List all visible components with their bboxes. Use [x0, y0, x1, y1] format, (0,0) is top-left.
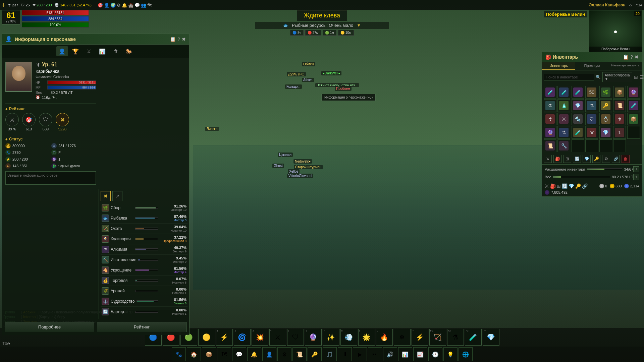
inv-bottom-icon-6[interactable]: 🔑 — [575, 183, 581, 189]
inv-sort-button[interactable]: Автосортировка ▼ — [602, 72, 632, 82]
inv-slot-29[interactable]: 🔧 — [557, 139, 570, 152]
inv-slot-26[interactable]: 1 — [613, 126, 626, 139]
utility-slot-2[interactable]: 📦 — [202, 347, 216, 361]
inv-action-equip[interactable]: ⚔ — [544, 155, 552, 163]
inv-expand-button[interactable]: + — [633, 166, 639, 172]
skill-slot-10[interactable]: 7 ✨ — [323, 329, 339, 346]
utility-slot-13[interactable]: ⏭ — [368, 347, 382, 361]
skill-slot-14[interactable]: - ❄ — [394, 329, 411, 346]
utility-slot-5[interactable]: 🔔 — [247, 347, 261, 361]
skill-slot-4[interactable]: 1 ⚡ — [216, 329, 233, 346]
skill-slot-9[interactable]: 6 🔮 — [305, 329, 322, 346]
inv-slot-2[interactable]: 🧪 — [572, 86, 584, 99]
inv-copy-icon[interactable]: 📋 — [623, 54, 629, 60]
hud-icon-party[interactable]: 👥 — [141, 3, 146, 8]
inv-bottom-icon-3[interactable]: ⊞ — [557, 183, 561, 189]
skill-slot-5[interactable]: 2 🌀 — [234, 329, 251, 346]
inv-slot-12[interactable]: 📜 — [613, 99, 626, 112]
utility-slot-0[interactable]: 🐾 — [172, 347, 186, 361]
inv-action-filter[interactable]: 🔑 — [592, 155, 600, 163]
inv-action-gem[interactable]: 💎 — [583, 155, 591, 163]
utility-slot-11[interactable]: ⏸ — [338, 347, 352, 361]
inv-tab-main[interactable]: Инвентарь — [542, 62, 575, 70]
inv-slot-18[interactable]: 💍 — [599, 113, 612, 125]
hud-icon-target[interactable]: 🎯 — [98, 3, 103, 8]
inv-slot-11[interactable]: 🔑 — [599, 99, 612, 112]
char-panel-close-icon[interactable]: ✖ — [182, 37, 186, 42]
inv-weight-expand[interactable]: + — [633, 174, 639, 180]
inv-slot-25[interactable]: 💎 — [599, 126, 612, 139]
inv-slot-24[interactable]: 🗡 — [585, 126, 598, 139]
inv-slot-31[interactable] — [585, 139, 598, 152]
skill-slot-16[interactable]: F1 🏹 — [429, 329, 446, 346]
inv-grid-icon[interactable]: ⊞ — [634, 74, 638, 80]
rating-button[interactable]: Рейтинг — [97, 322, 186, 332]
utility-slot-3[interactable]: 🗺 — [217, 347, 231, 361]
skill-slot-7[interactable]: 4 ⚔ — [269, 329, 286, 346]
inv-close-icon[interactable]: ✖ — [635, 54, 639, 60]
inv-slot-20[interactable]: 📦 — [627, 113, 640, 125]
skill-tab-cross[interactable]: ✖ — [101, 191, 111, 201]
inv-slot-14[interactable]: 🗡 — [544, 113, 556, 125]
utility-slot-4[interactable]: 💬 — [232, 347, 246, 361]
inv-list-icon[interactable]: ☰ — [640, 74, 644, 80]
inv-slot-15[interactable]: ⚔ — [557, 113, 570, 125]
char-tab-mounts[interactable]: 🐎 — [123, 46, 135, 56]
utility-slot-7[interactable]: ⚙ — [277, 347, 291, 361]
inv-slot-8[interactable]: 🧴 — [557, 99, 570, 112]
skill-slot-8[interactable]: 5 🛡 — [287, 329, 304, 346]
inv-slot-0[interactable]: 🧪 — [544, 86, 556, 99]
utility-slot-9[interactable]: 🔑 — [308, 347, 322, 361]
char-panel-copy-icon[interactable]: 📋 — [170, 37, 176, 42]
inv-slot-30[interactable] — [572, 139, 584, 152]
inv-slot-13[interactable]: 🧪 — [627, 99, 640, 112]
inv-tab-account[interactable]: Инвентарь аккаунта — [609, 62, 642, 70]
hud-icon-world[interactable]: 🗺 — [147, 3, 152, 8]
inv-search-input[interactable] — [544, 74, 594, 80]
inv-slot-4[interactable]: 🌿 — [599, 86, 612, 99]
inv-slot-27[interactable] — [627, 126, 640, 139]
skill-slot-12[interactable]: 9 🌟 — [358, 329, 375, 346]
inv-slot-33[interactable] — [613, 139, 626, 152]
skill-slot-3[interactable]: 🟡 — [198, 329, 215, 346]
inv-slot-19[interactable]: 🗡 — [613, 113, 626, 125]
char-tab-achievements[interactable]: 🏆 — [70, 46, 82, 56]
inv-bottom-icon-2[interactable]: 🎒 — [550, 183, 556, 189]
skill-tab-arrow[interactable]: ↗ — [112, 191, 122, 201]
inv-slot-3[interactable]: 50 — [585, 86, 598, 99]
skill-slot-11[interactable]: 8 💨 — [340, 329, 357, 346]
char-tab-profile[interactable]: 👤 — [56, 46, 68, 56]
inv-action-sort[interactable]: 🔃 — [573, 155, 581, 163]
inv-slot-7[interactable]: ⚗ — [544, 99, 556, 112]
bio-textarea[interactable] — [5, 171, 96, 185]
inv-delete-button[interactable]: 🗑 — [622, 155, 630, 163]
inv-slot-22[interactable]: ⚗ — [557, 126, 570, 139]
hud-icon-char[interactable]: 👤 — [104, 3, 109, 8]
skill-slot-18[interactable]: F3 🧪 — [465, 329, 482, 346]
inv-tab-premium[interactable]: Премиум — [575, 62, 608, 70]
inv-action-grid[interactable]: ⊞ — [563, 155, 571, 163]
hud-icon-chat[interactable]: 💬 — [135, 3, 140, 8]
utility-slot-16[interactable]: 📈 — [413, 347, 427, 361]
hud-icon-castle[interactable]: 🏰 — [128, 3, 133, 8]
inv-slot-1[interactable]: 🧪 — [557, 86, 570, 99]
inv-bottom-icon-5[interactable]: 💎 — [569, 183, 574, 189]
utility-slot-18[interactable]: 💡 — [443, 347, 458, 361]
skill-slot-13[interactable]: 0 🔥 — [376, 329, 393, 346]
skill-slot-6[interactable]: 3 💥 — [252, 329, 268, 346]
utility-slot-6[interactable]: 👤 — [262, 347, 276, 361]
char-tab-skills[interactable]: 🗡 — [110, 46, 122, 56]
skill-slot-19[interactable]: F4 💎 — [483, 329, 499, 346]
inv-slot-5[interactable]: 📦 — [613, 86, 626, 99]
char-tab-stats[interactable]: 📊 — [97, 46, 108, 56]
utility-slot-19[interactable]: 🌐 — [459, 347, 473, 361]
inv-bottom-icon-1[interactable]: ⚔ — [545, 183, 549, 189]
utility-slot-14[interactable]: 🔊 — [383, 347, 397, 361]
inv-slot-17[interactable]: 🛡 — [585, 113, 598, 125]
inv-slot-9[interactable]: 💎 — [572, 99, 584, 112]
inv-action-bag[interactable]: 🎒 — [553, 155, 561, 163]
skill-slot-17[interactable]: F2 ⚗ — [447, 329, 464, 346]
hud-icon-bell[interactable]: 🔔 — [122, 3, 127, 8]
inv-slot-28[interactable]: 📜 — [544, 139, 556, 152]
char-tab-combat[interactable]: ⚔ — [83, 46, 95, 56]
